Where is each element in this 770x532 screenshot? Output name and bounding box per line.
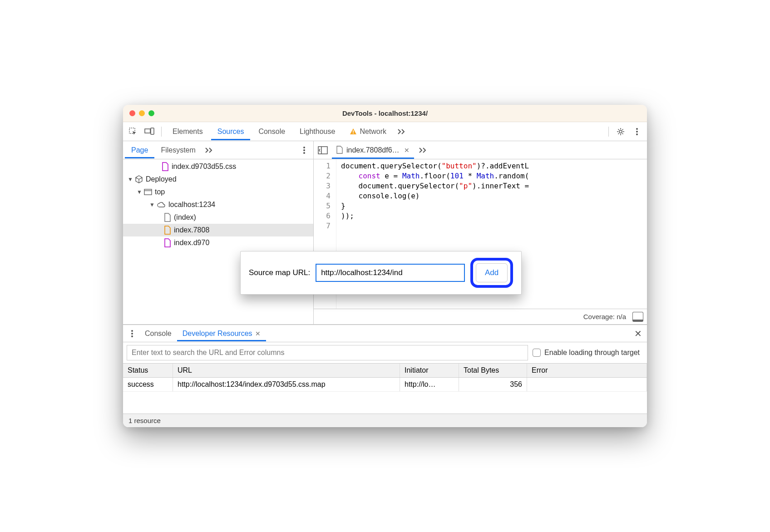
file-icon [162, 162, 169, 171]
tab-sources[interactable]: Sources [211, 123, 251, 140]
tree-file-label: index.d970 [174, 239, 209, 247]
tree-deployed[interactable]: ▼ Deployed [123, 173, 313, 186]
devtools-window: DevTools - localhost:1234/ Elements Sour… [123, 105, 647, 427]
main-toolbar: Elements Sources Console Lighthouse Netw… [123, 122, 647, 141]
file-icon [164, 226, 171, 235]
cell-error [527, 378, 647, 391]
editor-tab-label: index.7808df6… [346, 146, 400, 154]
svg-point-16 [131, 330, 133, 332]
close-drawer-icon[interactable]: ✕ [631, 326, 645, 341]
search-input[interactable] [127, 345, 528, 360]
editor-panel: index.7808df6… ✕ 1 2 3 4 5 6 7 document.… [314, 141, 647, 324]
tab-network-label: Network [360, 128, 386, 136]
minimize-window-button[interactable] [139, 110, 145, 116]
settings-gear-icon[interactable] [613, 124, 628, 139]
tree-deployed-label: Deployed [146, 175, 177, 183]
add-button[interactable]: Add [476, 263, 508, 282]
table-row[interactable]: success http://localhost:1234/index.d970… [123, 378, 647, 392]
dialog-label: Source map URL: [249, 268, 310, 277]
svg-point-17 [131, 333, 133, 335]
col-error[interactable]: Error [527, 364, 647, 377]
svg-point-11 [303, 152, 305, 154]
drawer-kebab-icon[interactable] [125, 326, 139, 341]
file-icon [336, 146, 344, 155]
toggle-navigator-icon[interactable] [316, 143, 330, 158]
checkbox-label: Enable loading through target [544, 349, 640, 357]
close-tab-icon[interactable]: ✕ [255, 330, 261, 337]
tree-host-label: localhost:1234 [168, 201, 215, 209]
inspect-element-icon[interactable] [126, 124, 140, 139]
svg-rect-2 [151, 128, 154, 134]
window-titlebar: DevTools - localhost:1234/ [123, 105, 647, 122]
editor-tabs: index.7808df6… ✕ [314, 141, 647, 159]
tree-file-label: (index) [174, 213, 196, 222]
sidebar-tab-page[interactable]: Page [125, 142, 154, 158]
window-title: DevTools - localhost:1234/ [123, 109, 647, 117]
drawer-tabs: Console Developer Resources ✕ ✕ [123, 325, 647, 342]
chevron-down-icon: ▼ [128, 176, 132, 182]
svg-rect-14 [318, 147, 327, 154]
navigator-sidebar: Page Filesystem index.d9703d55.css ▼ [123, 141, 314, 324]
enable-loading-checkbox[interactable]: Enable loading through target [533, 349, 643, 357]
cloud-icon [157, 202, 166, 208]
editor-statusbar: Coverage: n/a [314, 309, 647, 324]
source-map-dialog: Source map URL: Add [240, 251, 522, 295]
cell-initiator: http://lo… [400, 378, 459, 391]
drawer-tab-label: Developer Resources [183, 330, 252, 338]
tab-network[interactable]: Network [343, 123, 393, 140]
svg-point-18 [131, 335, 133, 337]
svg-point-6 [636, 128, 638, 130]
sidebar-kebab-icon[interactable] [297, 143, 311, 158]
kebab-menu-icon[interactable] [630, 124, 644, 139]
file-icon [164, 213, 171, 222]
toggle-drawer-icon[interactable] [632, 312, 643, 322]
svg-rect-3 [353, 130, 354, 133]
svg-point-7 [636, 131, 638, 133]
tree-file-css2[interactable]: index.d970 [123, 236, 313, 249]
tree-file-js[interactable]: index.7808 [123, 224, 313, 236]
close-tab-icon[interactable]: ✕ [404, 147, 410, 154]
svg-rect-4 [353, 133, 354, 134]
svg-point-5 [619, 130, 622, 133]
device-toggle-icon[interactable] [142, 124, 157, 139]
resource-count: 1 resource [128, 417, 161, 424]
tab-console[interactable]: Console [252, 123, 291, 140]
warning-icon [350, 128, 357, 135]
add-button-highlight: Add [470, 258, 513, 288]
file-tree[interactable]: index.d9703d55.css ▼ Deployed ▼ top ▼ lo… [123, 159, 313, 324]
coverage-label: Coverage: n/a [583, 313, 626, 320]
more-tabs-chevron-icon[interactable] [395, 124, 409, 139]
tab-lighthouse[interactable]: Lighthouse [293, 123, 341, 140]
chevron-down-icon: ▼ [149, 202, 154, 208]
drawer-tab-devresources[interactable]: Developer Resources ✕ [177, 326, 266, 341]
cube-icon [135, 175, 143, 183]
tree-top[interactable]: ▼ top [123, 186, 313, 198]
source-map-url-input[interactable] [316, 264, 465, 282]
cell-status: success [123, 378, 173, 391]
sidebar-more-tabs-icon[interactable] [202, 143, 217, 158]
close-window-button[interactable] [129, 110, 135, 116]
tab-elements[interactable]: Elements [166, 123, 209, 140]
tree-file-label: index.7808 [174, 226, 209, 234]
tree-host[interactable]: ▼ localhost:1234 [123, 198, 313, 211]
drawer-tab-console[interactable]: Console [139, 326, 177, 341]
tree-file-css[interactable]: index.d9703d55.css [123, 160, 313, 173]
editor-open-tab[interactable]: index.7808df6… ✕ [332, 142, 414, 159]
cell-bytes: 356 [459, 378, 527, 391]
sidebar-tabs: Page Filesystem [123, 141, 313, 159]
tree-file-index[interactable]: (index) [123, 211, 313, 224]
sidebar-tab-filesystem[interactable]: Filesystem [154, 142, 202, 158]
svg-rect-12 [144, 189, 152, 195]
maximize-window-button[interactable] [148, 110, 154, 116]
more-tabs-chevron-icon[interactable] [416, 143, 430, 158]
svg-point-10 [303, 149, 305, 151]
tree-file-label: index.d9703d55.css [172, 163, 236, 171]
file-icon [164, 238, 171, 247]
drawer: Console Developer Resources ✕ ✕ Enable l… [123, 325, 647, 427]
tree-top-label: top [155, 188, 165, 196]
col-initiator[interactable]: Initiator [400, 364, 459, 377]
col-url[interactable]: URL [173, 364, 400, 377]
col-status[interactable]: Status [123, 364, 173, 377]
col-totalbytes[interactable]: Total Bytes [459, 364, 527, 377]
svg-rect-1 [145, 129, 150, 133]
